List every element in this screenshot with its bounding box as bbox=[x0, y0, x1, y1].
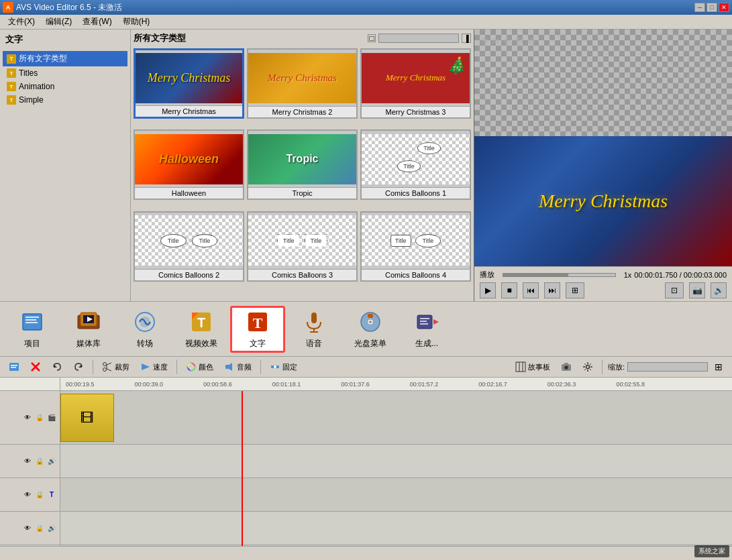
camera-button[interactable] bbox=[558, 359, 575, 375]
separator2 bbox=[176, 359, 177, 374]
menu-edit[interactable]: 编辑(Z) bbox=[40, 15, 77, 29]
minimize-button[interactable]: ─ bbox=[694, 3, 705, 12]
svg-marker-41 bbox=[229, 363, 232, 371]
titles-icon: T bbox=[7, 68, 16, 78]
snapshot-button[interactable]: 📷 bbox=[689, 282, 705, 298]
sidebar-item-all[interactable]: T 所有文字类型 bbox=[3, 51, 127, 66]
tropic-text: Tropic bbox=[286, 153, 318, 165]
menu-view[interactable]: 查看(W) bbox=[77, 15, 117, 29]
zoom-control: 缩放: ⊞ bbox=[608, 359, 727, 375]
ruler-mark-2: 00:00:39.0 bbox=[135, 381, 164, 388]
cut-button[interactable]: 裁剪 bbox=[99, 359, 133, 375]
toolbar-project[interactable]: 项目 bbox=[5, 306, 59, 352]
track-content: 🎞 bbox=[60, 391, 732, 546]
separator1 bbox=[93, 359, 93, 374]
zoom-expand[interactable]: ⊞ bbox=[711, 359, 727, 375]
delete-button[interactable] bbox=[27, 359, 44, 375]
storyboard-button[interactable]: 故事板 bbox=[512, 359, 554, 375]
speed-icon bbox=[140, 361, 151, 372]
eye-icon3[interactable]: 👁 bbox=[22, 490, 33, 500]
toolbar-produce[interactable]: 生成... bbox=[400, 306, 454, 352]
close-button[interactable]: ✕ bbox=[719, 3, 729, 12]
stabilize-label: 固定 bbox=[282, 362, 297, 372]
next-frame-button[interactable]: ⏭ bbox=[544, 282, 560, 298]
fullscreen-button[interactable]: ⊞ bbox=[566, 282, 584, 298]
eye-icon4[interactable]: 👁 bbox=[22, 523, 33, 534]
toolbar-effects-label: 视频效果 bbox=[185, 338, 217, 349]
color-button[interactable]: 颜色 bbox=[182, 359, 217, 375]
maximize-button[interactable]: □ bbox=[707, 3, 717, 12]
svg-text:T: T bbox=[253, 315, 263, 331]
audio-button[interactable]: 音频 bbox=[221, 359, 255, 375]
effect-tropic[interactable]: Tropic Tropic bbox=[247, 129, 358, 200]
effect-comics-balloons-2[interactable]: Title Title Comics Balloons 2 bbox=[134, 211, 244, 282]
sidebar-item-simple[interactable]: T Simple bbox=[3, 93, 127, 107]
effect-merry-christmas-3[interactable]: 🎄 Merry Christmas Merry Christmas 3 bbox=[360, 48, 471, 119]
timeline-ruler: 00:00:19.5 00:00:39.0 00:00:58.6 00:01:1… bbox=[0, 378, 732, 391]
main-content: 文字 T 所有文字类型 T Titles T Animation T Simpl… bbox=[0, 30, 732, 301]
tree-icon: 🎄 bbox=[446, 56, 466, 75]
project-button[interactable] bbox=[5, 359, 23, 375]
toolbar-effects[interactable]: T 视频效果 bbox=[174, 306, 228, 352]
svg-point-33 bbox=[103, 363, 107, 366]
effect-comics-balloons-4[interactable]: Title Title Comics Balloons 4 bbox=[360, 211, 471, 282]
toolbar-disc[interactable]: 光盘菜单 bbox=[344, 306, 397, 352]
ruler-track: 00:00:19.5 00:00:39.0 00:00:58.6 00:01:1… bbox=[60, 378, 732, 390]
aspect-ratio-button[interactable]: ⊡ bbox=[665, 282, 684, 298]
effect-merry-christmas-1[interactable]: Merry Christmas Merry Christmas bbox=[134, 48, 244, 119]
effect-label-cb4: Comics Balloons 4 bbox=[362, 269, 470, 280]
view-toggle[interactable]: □ bbox=[368, 34, 376, 42]
time-display: 00:00:01.750 / 00:00:03.000 bbox=[634, 271, 727, 279]
settings-button[interactable] bbox=[579, 359, 596, 375]
lock-icon[interactable]: 🔒 bbox=[34, 412, 45, 423]
zoom-slider[interactable] bbox=[627, 362, 708, 372]
volume-button[interactable]: 🔊 bbox=[711, 282, 727, 298]
effects-title: 所有文字类型 bbox=[134, 32, 186, 44]
sidebar-item-animation[interactable]: T Animation bbox=[3, 80, 127, 93]
toolbar-text[interactable]: T 文字 bbox=[231, 306, 284, 352]
effect-comics-balloons-3[interactable]: Title Title Comics Balloons 3 bbox=[247, 211, 358, 282]
audio-icon bbox=[224, 361, 235, 372]
h-scrollbar[interactable] bbox=[0, 546, 732, 555]
effect-halloween[interactable]: Halloween Halloween bbox=[134, 129, 244, 200]
stop-button[interactable]: ■ bbox=[501, 282, 517, 298]
redo-button[interactable] bbox=[70, 359, 87, 375]
text-track-row bbox=[60, 478, 732, 512]
play-button[interactable]: ▶ bbox=[480, 282, 496, 298]
lock-icon4[interactable]: 🔒 bbox=[34, 523, 45, 534]
svg-text:T: T bbox=[197, 315, 205, 330]
watermark: 系统之家 bbox=[694, 545, 729, 557]
thumb-tropic: Tropic bbox=[248, 134, 356, 184]
title-bar: A AVS Video Editor 6.5 - 未激活 ─ □ ✕ bbox=[0, 0, 732, 15]
undo-button[interactable] bbox=[48, 359, 66, 375]
prev-frame-button[interactable]: ⏮ bbox=[523, 282, 539, 298]
menu-help[interactable]: 帮助(H) bbox=[117, 15, 156, 29]
cut-label: 裁剪 bbox=[115, 362, 129, 372]
lock-icon2[interactable]: 🔒 bbox=[34, 456, 45, 467]
lock-icon3[interactable]: 🔒 bbox=[34, 490, 45, 500]
scroll-right[interactable]: ▐ bbox=[462, 34, 471, 43]
speed-button[interactable]: 速度 bbox=[137, 359, 171, 375]
toolbar-media[interactable]: 媒体库 bbox=[62, 306, 115, 352]
audio-track-row-1 bbox=[60, 445, 732, 478]
effect-comics-balloons-1[interactable]: Title Title Comics Balloons 1 bbox=[360, 129, 471, 200]
toolbar-transition[interactable]: 转场 bbox=[118, 306, 172, 352]
sidebar-item-titles[interactable]: T Titles bbox=[3, 66, 127, 80]
effect-merry-christmas-2[interactable]: Merry Christmas Merry Christmas 2 bbox=[247, 48, 358, 119]
menu-file[interactable]: 文件(X) bbox=[3, 15, 40, 29]
progress-bar[interactable] bbox=[503, 273, 616, 277]
audio2-track-icon: 🔊 bbox=[46, 523, 57, 534]
simple-icon: T bbox=[7, 95, 16, 105]
toolbar-voice-label: 语音 bbox=[306, 338, 322, 349]
eye-icon[interactable]: 👁 bbox=[22, 412, 33, 423]
scroll-bar[interactable] bbox=[378, 34, 459, 43]
eye-icon2[interactable]: 👁 bbox=[22, 456, 33, 467]
scissors-icon bbox=[102, 361, 113, 372]
toolbar-voice[interactable]: 语音 bbox=[287, 306, 341, 352]
video-clip[interactable]: 🎞 bbox=[60, 394, 114, 442]
settings-icon bbox=[582, 361, 593, 372]
svg-marker-31 bbox=[54, 364, 57, 368]
sidebar-item-label-all: 所有文字类型 bbox=[19, 53, 67, 64]
undo-icon bbox=[52, 361, 62, 372]
stabilize-button[interactable]: 固定 bbox=[266, 359, 301, 375]
